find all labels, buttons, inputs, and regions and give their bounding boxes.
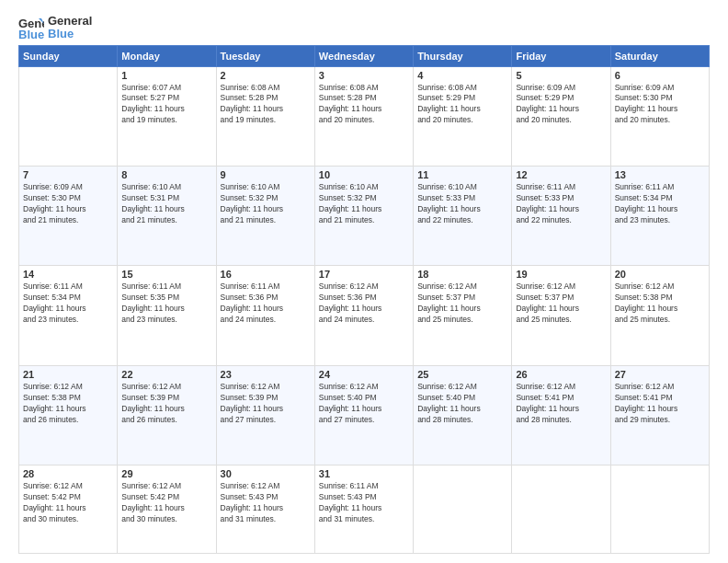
- day-number: 26: [516, 369, 606, 380]
- day-info: Sunrise: 6:08 AMSunset: 5:28 PMDaylight:…: [319, 83, 409, 127]
- calendar-cell: 9Sunrise: 6:10 AMSunset: 5:32 PMDaylight…: [216, 167, 314, 266]
- day-header-saturday: Saturday: [610, 45, 709, 66]
- day-info: Sunrise: 6:11 AMSunset: 5:43 PMDaylight:…: [319, 481, 409, 525]
- calendar-cell: 23Sunrise: 6:12 AMSunset: 5:39 PMDayligh…: [216, 365, 314, 465]
- calendar-cell: 6Sunrise: 6:09 AMSunset: 5:30 PMDaylight…: [610, 66, 709, 166]
- calendar-week-row: 28Sunrise: 6:12 AMSunset: 5:42 PMDayligh…: [19, 465, 710, 554]
- day-info: Sunrise: 6:12 AMSunset: 5:39 PMDaylight:…: [221, 382, 311, 426]
- calendar-cell: 14Sunrise: 6:11 AMSunset: 5:34 PMDayligh…: [19, 266, 118, 365]
- day-number: 7: [23, 169, 113, 180]
- calendar-cell: 31Sunrise: 6:11 AMSunset: 5:43 PMDayligh…: [314, 465, 413, 554]
- calendar-cell: [512, 465, 610, 554]
- day-number: 30: [221, 468, 311, 479]
- day-info: Sunrise: 6:12 AMSunset: 5:38 PMDaylight:…: [615, 282, 705, 326]
- calendar-cell: 17Sunrise: 6:12 AMSunset: 5:36 PMDayligh…: [314, 266, 413, 365]
- day-number: 23: [221, 369, 311, 380]
- day-info: Sunrise: 6:08 AMSunset: 5:28 PMDaylight:…: [221, 83, 311, 127]
- calendar-cell: 26Sunrise: 6:12 AMSunset: 5:41 PMDayligh…: [512, 365, 610, 465]
- calendar-cell: 16Sunrise: 6:11 AMSunset: 5:36 PMDayligh…: [216, 266, 314, 365]
- day-header-monday: Monday: [118, 45, 216, 66]
- calendar-cell: 2Sunrise: 6:08 AMSunset: 5:28 PMDaylight…: [216, 66, 314, 166]
- calendar-cell: 15Sunrise: 6:11 AMSunset: 5:35 PMDayligh…: [118, 266, 216, 365]
- day-number: 31: [319, 468, 409, 479]
- day-info: Sunrise: 6:11 AMSunset: 5:34 PMDaylight:…: [615, 182, 705, 226]
- header: General Blue General Blue: [18, 15, 710, 41]
- day-number: 17: [319, 269, 409, 280]
- day-number: 20: [615, 269, 705, 280]
- day-number: 9: [221, 169, 311, 180]
- day-info: Sunrise: 6:11 AMSunset: 5:35 PMDaylight:…: [121, 282, 211, 326]
- calendar-table: SundayMondayTuesdayWednesdayThursdayFrid…: [18, 45, 710, 554]
- calendar-cell: 18Sunrise: 6:12 AMSunset: 5:37 PMDayligh…: [414, 266, 512, 365]
- calendar-cell: 29Sunrise: 6:12 AMSunset: 5:42 PMDayligh…: [118, 465, 216, 554]
- day-number: 10: [319, 169, 409, 180]
- day-number: 8: [121, 169, 211, 180]
- day-info: Sunrise: 6:08 AMSunset: 5:29 PMDaylight:…: [417, 83, 507, 127]
- day-number: 19: [516, 269, 606, 280]
- calendar-cell: 25Sunrise: 6:12 AMSunset: 5:40 PMDayligh…: [414, 365, 512, 465]
- svg-text:Blue: Blue: [18, 28, 44, 40]
- calendar-cell: [610, 465, 709, 554]
- day-header-friday: Friday: [512, 45, 610, 66]
- logo-blue: Blue: [48, 28, 92, 40]
- day-number: 5: [516, 70, 606, 81]
- day-info: Sunrise: 6:12 AMSunset: 5:37 PMDaylight:…: [417, 282, 507, 326]
- day-info: Sunrise: 6:12 AMSunset: 5:38 PMDaylight:…: [23, 382, 113, 426]
- calendar-cell: 5Sunrise: 6:09 AMSunset: 5:29 PMDaylight…: [512, 66, 610, 166]
- day-header-wednesday: Wednesday: [314, 45, 413, 66]
- day-info: Sunrise: 6:11 AMSunset: 5:36 PMDaylight:…: [221, 282, 311, 326]
- day-info: Sunrise: 6:12 AMSunset: 5:40 PMDaylight:…: [417, 382, 507, 426]
- day-info: Sunrise: 6:11 AMSunset: 5:33 PMDaylight:…: [516, 182, 606, 226]
- day-number: 28: [23, 468, 113, 479]
- day-number: 22: [121, 369, 211, 380]
- calendar-cell: [414, 465, 512, 554]
- day-info: Sunrise: 6:12 AMSunset: 5:39 PMDaylight:…: [121, 382, 211, 426]
- day-info: Sunrise: 6:12 AMSunset: 5:42 PMDaylight:…: [121, 481, 211, 525]
- day-number: 6: [615, 70, 705, 81]
- calendar-week-row: 1Sunrise: 6:07 AMSunset: 5:27 PMDaylight…: [19, 66, 710, 166]
- day-number: 16: [221, 269, 311, 280]
- day-number: 4: [417, 70, 507, 81]
- day-number: 18: [417, 269, 507, 280]
- calendar-cell: 30Sunrise: 6:12 AMSunset: 5:43 PMDayligh…: [216, 465, 314, 554]
- day-number: 27: [615, 369, 705, 380]
- day-number: 13: [615, 169, 705, 180]
- calendar-cell: 27Sunrise: 6:12 AMSunset: 5:41 PMDayligh…: [610, 365, 709, 465]
- day-info: Sunrise: 6:10 AMSunset: 5:31 PMDaylight:…: [121, 182, 211, 226]
- day-info: Sunrise: 6:10 AMSunset: 5:32 PMDaylight:…: [319, 182, 409, 226]
- page: General Blue General Blue SundayMondayTu…: [0, 0, 728, 563]
- calendar-cell: 1Sunrise: 6:07 AMSunset: 5:27 PMDaylight…: [118, 66, 216, 166]
- day-number: 15: [121, 269, 211, 280]
- calendar-header-row: SundayMondayTuesdayWednesdayThursdayFrid…: [19, 45, 710, 66]
- calendar-cell: 19Sunrise: 6:12 AMSunset: 5:37 PMDayligh…: [512, 266, 610, 365]
- calendar-cell: 11Sunrise: 6:10 AMSunset: 5:33 PMDayligh…: [414, 167, 512, 266]
- logo: General Blue General Blue: [18, 15, 92, 41]
- day-info: Sunrise: 6:10 AMSunset: 5:33 PMDaylight:…: [417, 182, 507, 226]
- day-info: Sunrise: 6:09 AMSunset: 5:29 PMDaylight:…: [516, 83, 606, 127]
- day-info: Sunrise: 6:07 AMSunset: 5:27 PMDaylight:…: [121, 83, 211, 127]
- day-number: 21: [23, 369, 113, 380]
- day-header-tuesday: Tuesday: [216, 45, 314, 66]
- calendar-cell: 7Sunrise: 6:09 AMSunset: 5:30 PMDaylight…: [19, 167, 118, 266]
- day-info: Sunrise: 6:12 AMSunset: 5:37 PMDaylight:…: [516, 282, 606, 326]
- calendar-cell: 12Sunrise: 6:11 AMSunset: 5:33 PMDayligh…: [512, 167, 610, 266]
- day-number: 1: [121, 70, 211, 81]
- calendar-cell: [19, 66, 118, 166]
- calendar-week-row: 7Sunrise: 6:09 AMSunset: 5:30 PMDaylight…: [19, 167, 710, 266]
- day-number: 24: [319, 369, 409, 380]
- day-number: 25: [417, 369, 507, 380]
- day-header-sunday: Sunday: [19, 45, 118, 66]
- calendar-cell: 22Sunrise: 6:12 AMSunset: 5:39 PMDayligh…: [118, 365, 216, 465]
- calendar-cell: 3Sunrise: 6:08 AMSunset: 5:28 PMDaylight…: [314, 66, 413, 166]
- day-info: Sunrise: 6:12 AMSunset: 5:36 PMDaylight:…: [319, 282, 409, 326]
- day-header-thursday: Thursday: [414, 45, 512, 66]
- day-info: Sunrise: 6:09 AMSunset: 5:30 PMDaylight:…: [23, 182, 113, 226]
- day-info: Sunrise: 6:12 AMSunset: 5:42 PMDaylight:…: [23, 481, 113, 525]
- day-info: Sunrise: 6:12 AMSunset: 5:40 PMDaylight:…: [319, 382, 409, 426]
- calendar-cell: 13Sunrise: 6:11 AMSunset: 5:34 PMDayligh…: [610, 167, 709, 266]
- calendar-week-row: 21Sunrise: 6:12 AMSunset: 5:38 PMDayligh…: [19, 365, 710, 465]
- day-info: Sunrise: 6:12 AMSunset: 5:41 PMDaylight:…: [615, 382, 705, 426]
- day-info: Sunrise: 6:09 AMSunset: 5:30 PMDaylight:…: [615, 83, 705, 127]
- calendar-cell: 4Sunrise: 6:08 AMSunset: 5:29 PMDaylight…: [414, 66, 512, 166]
- calendar-cell: 28Sunrise: 6:12 AMSunset: 5:42 PMDayligh…: [19, 465, 118, 554]
